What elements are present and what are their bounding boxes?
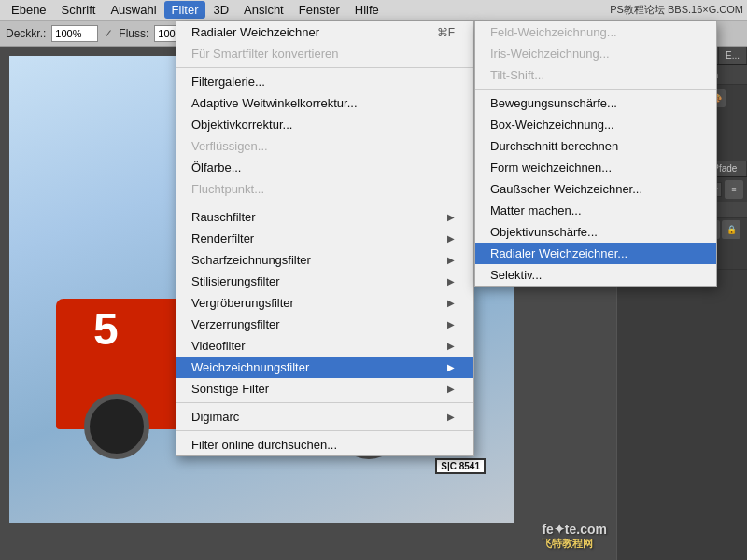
menu-filtergalerie[interactable]: Filtergalerie...: [176, 71, 473, 92]
checkmark-icon: ✓: [104, 27, 113, 40]
menu-scharfzeichnung[interactable]: Scharfzeichnungsfilter ▶: [176, 249, 473, 271]
menu-sonstige[interactable]: Sonstige Filter ▶: [176, 378, 473, 399]
submenu-separator-1: [475, 89, 716, 90]
menu-renderfilter[interactable]: Renderfilter ▶: [176, 228, 473, 249]
filter-dropdown: Radialer Weichzeichner ⌘F Für Smartfilte…: [176, 21, 474, 456]
menu-hilfe[interactable]: Hilfe: [347, 1, 387, 19]
separator-4: [176, 430, 473, 431]
submenu-tilt: Tilt-Shift...: [475, 64, 716, 86]
truck-number: 5: [93, 303, 119, 355]
submenu-arrow-stil: ▶: [447, 276, 455, 287]
watermark-subtext: 飞特教程网: [542, 537, 607, 551]
submenu-arrow-sonst: ▶: [447, 384, 455, 394]
menu-fenster[interactable]: Fenster: [291, 1, 347, 19]
submenu-arrow-verg: ▶: [447, 298, 455, 308]
submenu-matter[interactable]: Matter machen...: [475, 200, 716, 221]
weichzeichnung-submenu: Feld-Weichzeichnung... Iris-Weichzeichnu…: [474, 21, 717, 287]
submenu-durchschnitt[interactable]: Durchschnitt berechnen: [475, 135, 716, 157]
separator-3: [176, 402, 473, 403]
tab-extra[interactable]: E...: [719, 47, 747, 64]
submenu-iris: Iris-Weichzeichnung...: [475, 43, 716, 64]
submenu-form[interactable]: Form weichzeichnen...: [475, 157, 716, 178]
shortcut-cmd-f: ⌘F: [437, 26, 455, 39]
separator-1: [176, 67, 473, 68]
submenu-box[interactable]: Box-Weichzeichnung...: [475, 114, 716, 135]
menu-auswahl[interactable]: Auswahl: [103, 1, 163, 19]
menu-online[interactable]: Filter online durchsuchen...: [176, 434, 473, 455]
submenu-arrow-scharf: ▶: [447, 255, 455, 265]
layers-options-btn[interactable]: ≡: [725, 180, 743, 199]
menu-objektivkorrektur[interactable]: Objektivkorrektur...: [176, 114, 473, 135]
menu-3d[interactable]: 3D: [205, 1, 236, 19]
menu-adaptive-weitwinkel[interactable]: Adaptive Weitwinkelkorrektur...: [176, 92, 473, 114]
menu-verfluessigen: Verflüssigen...: [176, 135, 473, 157]
menu-schrift[interactable]: Schrift: [54, 1, 104, 19]
menu-videofilter[interactable]: Videofilter ▶: [176, 335, 473, 357]
submenu-arrow-video: ▶: [447, 341, 455, 351]
submenu-objektiv[interactable]: Objektivunschärfe...: [475, 221, 716, 243]
menu-rauschfilter[interactable]: Rauschfilter ▶: [176, 206, 473, 228]
watermark: fe✦te.com 飞特教程网: [542, 522, 607, 551]
menu-ebene[interactable]: Ebene: [4, 1, 54, 19]
submenu-arrow-render: ▶: [447, 233, 455, 244]
menu-smartfilter: Für Smartfilter konvertieren: [176, 43, 473, 64]
submenu-arrow-rausch: ▶: [447, 212, 455, 222]
submenu-gauss[interactable]: Gaußscher Weichzeichner...: [475, 178, 716, 200]
menu-verzerrung[interactable]: Verzerrungsfilter ▶: [176, 314, 473, 335]
flow-label: Fluss:: [119, 27, 148, 40]
lock-icon-4[interactable]: 🔒: [722, 220, 740, 239]
opacity-label: Deckkr.:: [6, 27, 46, 40]
submenu-arrow-digi: ▶: [447, 412, 455, 422]
menu-filter[interactable]: Filter: [164, 1, 206, 19]
menubar: Ebene Schrift Auswahl Filter 3D Ansicht …: [0, 0, 747, 21]
truck-wheel-left: [84, 394, 149, 459]
submenu-radialer[interactable]: Radialer Weichzeichner...: [475, 243, 716, 264]
menu-ansicht[interactable]: Ansicht: [236, 1, 291, 19]
menu-stilisierung[interactable]: Stilisierungsfilter ▶: [176, 271, 473, 292]
menu-oelfarbe[interactable]: Ölfarbe...: [176, 157, 473, 178]
menu-digimarc[interactable]: Digimarc ▶: [176, 406, 473, 427]
submenu-arrow-weich: ▶: [447, 362, 455, 372]
submenu-arrow-verz: ▶: [447, 319, 455, 329]
submenu-feld: Feld-Weichzeichnung...: [475, 21, 716, 43]
menu-weichzeichnung[interactable]: Weichzeichnungsfilter ▶: [176, 357, 473, 378]
submenu-bewegung[interactable]: Bewegungsunschärfe...: [475, 92, 716, 114]
submenu-selektiv[interactable]: Selektiv...: [475, 264, 716, 286]
menu-radialer-weichzeichner-recent[interactable]: Radialer Weichzeichner ⌘F: [176, 21, 473, 43]
menu-vergroeberung[interactable]: Vergröberungsfilter ▶: [176, 292, 473, 314]
license-plate: S|C 8541: [435, 458, 486, 474]
opacity-input[interactable]: [51, 25, 98, 42]
separator-2: [176, 203, 473, 203]
watermark-text: fe✦te.com: [542, 522, 607, 537]
top-right-info: PS教程论坛 BBS.16×G.COM: [610, 3, 743, 17]
menu-fluchtpunkt: Fluchtpunkt...: [176, 178, 473, 200]
